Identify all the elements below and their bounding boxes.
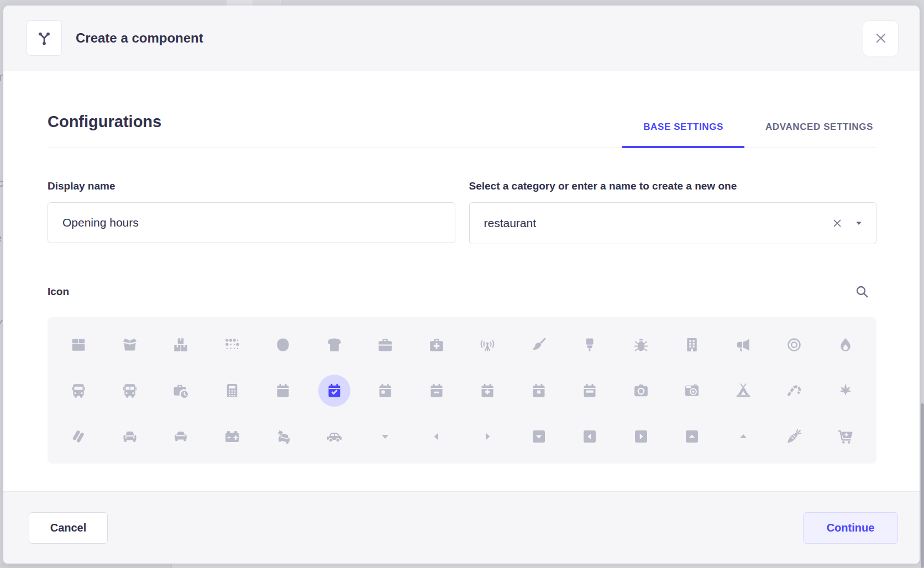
icon-option-calendar-times-icon[interactable] [523,375,555,407]
icon-option-broom-icon[interactable] [523,329,555,361]
icon-option-caret-down-icon[interactable] [369,420,401,453]
dialog-body: Configurations BASE SETTINGS ADVANCED SE… [3,71,920,491]
icon-option-campground-icon[interactable] [727,375,759,407]
create-component-dialog: Create a component Configurations BASE S… [3,6,920,564]
display-name-input[interactable] [48,202,455,243]
icon-option-bullhorn-icon[interactable] [727,329,759,361]
icon-option-car-crash-icon[interactable] [267,420,299,453]
chevron-down-icon[interactable] [855,219,863,227]
page-scrollbar-thumb[interactable] [921,403,924,568]
icon-option-calendar-check-icon[interactable] [318,375,350,407]
search-icon[interactable] [854,284,870,299]
tab-base-settings[interactable]: BASE SETTINGS [622,122,744,148]
clear-selection-icon[interactable] [831,217,844,230]
icon-option-calendar-day-icon[interactable] [369,375,401,407]
category-select[interactable]: restaurant [469,202,877,244]
icon-option-caret-square-down-icon[interactable] [523,420,555,453]
icon-option-boxes-stacked-icon[interactable] [165,329,197,361]
icon-option-caret-square-up-icon[interactable] [676,420,708,453]
icon-option-broadcast-tower-icon[interactable] [471,329,503,361]
icon-option-cannabis-icon[interactable] [830,375,862,407]
icon-option-braille-icon[interactable] [216,329,248,361]
icon-option-bus-alt-icon[interactable] [114,375,146,407]
icon-option-box-icon[interactable] [62,329,95,361]
close-icon [873,30,889,46]
icon-option-car-icon[interactable] [114,420,146,453]
icon-option-calendar-plus-icon[interactable] [471,375,503,407]
page-title: Configurations [48,113,161,131]
icon-option-bus-icon[interactable] [62,375,95,407]
component-icon [35,29,54,48]
icon-option-car-battery-icon[interactable] [216,420,248,453]
background-page-strip [227,0,253,6]
category-label: Select a category or enter a name to cre… [469,180,877,192]
icon-option-caret-square-left-icon[interactable] [574,420,606,453]
icon-option-car-side-icon[interactable] [318,420,350,453]
icon-option-bug-icon[interactable] [625,329,657,361]
fields-row: Display name Select a category or enter … [48,180,876,244]
icon-grid [48,317,876,464]
dialog-header: Create a component [3,6,920,71]
icon-option-business-time-icon[interactable] [165,375,197,407]
icon-option-cart-arrow-down-icon[interactable] [830,420,862,453]
icon-option-calendar-week-icon[interactable] [574,375,606,407]
dialog-footer: Cancel Continue [3,491,920,564]
configurations-row: Configurations BASE SETTINGS ADVANCED SE… [48,113,876,148]
display-name-field: Display name [48,180,455,244]
icon-option-caret-right-icon[interactable] [471,420,503,453]
icon-option-calendar-icon[interactable] [267,375,299,407]
component-icon-box [27,20,62,56]
icon-option-carrot-icon[interactable] [778,420,810,453]
icon-option-caret-up-icon[interactable] [727,420,759,453]
cancel-button[interactable]: Cancel [29,512,108,544]
icon-picker-header: Icon [48,284,876,299]
settings-tabs: BASE SETTINGS ADVANCED SETTINGS [622,122,876,148]
icon-option-building-icon[interactable] [676,329,708,361]
dialog-title: Create a component [76,30,203,46]
icon-option-box-open-icon[interactable] [114,329,146,361]
category-select-value: restaurant [484,217,831,230]
icon-option-brain-icon[interactable] [267,329,299,361]
icon-option-caret-left-icon[interactable] [421,420,453,453]
icon-option-bullseye-icon[interactable] [778,329,810,361]
icon-option-bread-slice-icon[interactable] [318,329,350,361]
tab-advanced-settings[interactable]: ADVANCED SETTINGS [744,122,876,148]
icon-option-calendar-minus-icon[interactable] [421,375,453,407]
icon-option-briefcase-icon[interactable] [369,329,401,361]
background-page-strip [253,0,283,6]
page-scrollbar[interactable] [921,0,924,568]
icon-option-burn-icon[interactable] [830,329,862,361]
icon-option-briefcase-medical-icon[interactable] [421,329,453,361]
icon-option-brush-icon[interactable] [574,329,606,361]
category-field: Select a category or enter a name to cre… [469,180,877,244]
close-button[interactable] [863,20,899,56]
background-page-bottom [0,563,924,568]
icon-option-capsules-icon[interactable] [62,420,95,453]
icon-option-caret-square-right-icon[interactable] [625,420,657,453]
icon-option-calculator-icon[interactable] [216,375,248,407]
icon-option-camera-icon[interactable] [625,375,657,407]
icon-option-candy-cane-icon[interactable] [778,375,810,407]
icon-option-camera-retro-icon[interactable] [676,375,708,407]
icon-picker-label: Icon [48,286,69,298]
continue-button[interactable]: Continue [803,512,898,544]
display-name-label: Display name [48,180,455,192]
icon-option-car-alt-icon[interactable] [165,420,197,453]
